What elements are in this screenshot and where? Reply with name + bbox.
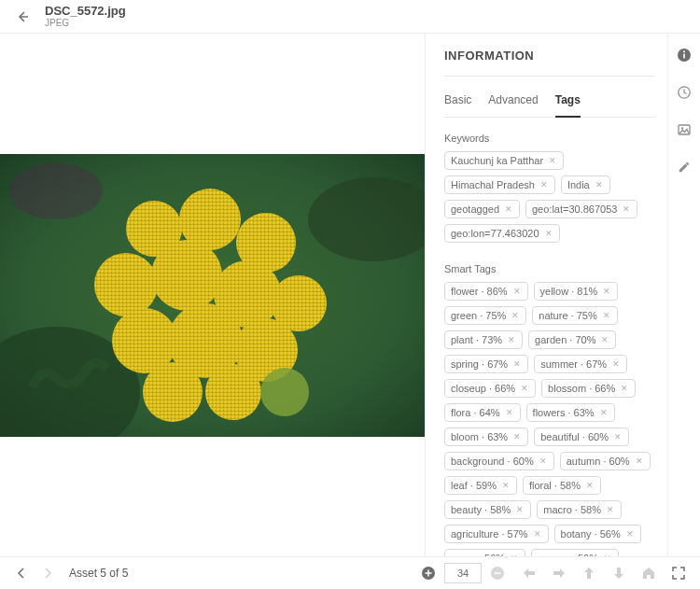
remove-chip-icon[interactable]: ✕ bbox=[512, 287, 522, 296]
tab-advanced[interactable]: Advanced bbox=[488, 90, 538, 117]
smart-tag-chip[interactable]: spring · 67%✕ bbox=[444, 355, 528, 373]
smart-tag-chip[interactable]: closeup · 66%✕ bbox=[444, 379, 536, 398]
smart-tag-chip[interactable]: grapes · 56%✕ bbox=[531, 549, 619, 556]
viewer-tools bbox=[521, 565, 687, 582]
info-icon[interactable] bbox=[674, 45, 694, 65]
history-icon[interactable] bbox=[674, 82, 694, 103]
info-panel-title: INFORMATION bbox=[444, 49, 654, 77]
remove-chip-icon[interactable]: ✕ bbox=[603, 554, 612, 556]
smart-tag-chip[interactable]: nature · 75%✕ bbox=[532, 306, 617, 325]
remove-chip-icon[interactable]: ✕ bbox=[512, 359, 522, 369]
remove-chip-icon[interactable]: ✕ bbox=[510, 554, 519, 556]
file-title-block: DSC_5572.jpg JPEG bbox=[45, 5, 126, 28]
prev-asset-button[interactable] bbox=[13, 565, 30, 582]
remove-chip-icon[interactable]: ✕ bbox=[544, 229, 553, 238]
file-name: DSC_5572.jpg bbox=[45, 5, 126, 18]
minus-circle-icon bbox=[490, 566, 505, 581]
remove-chip-icon[interactable]: ✕ bbox=[515, 505, 525, 514]
smart-tag-chip[interactable]: macro · 58%✕ bbox=[537, 500, 622, 519]
keyword-chip[interactable]: geotagged✕ bbox=[444, 200, 520, 218]
smart-tag-chip[interactable]: botany · 56%✕ bbox=[554, 525, 641, 543]
smart-tag-chip-label: spring · 67% bbox=[451, 358, 508, 370]
back-button[interactable] bbox=[11, 6, 34, 28]
zoom-in-button[interactable] bbox=[420, 565, 437, 582]
pan-up-button[interactable] bbox=[581, 565, 597, 582]
remove-chip-icon[interactable]: ✕ bbox=[602, 287, 611, 296]
remove-chip-icon[interactable]: ✕ bbox=[507, 335, 516, 344]
remove-chip-icon[interactable]: ✕ bbox=[602, 311, 611, 320]
keyword-chip[interactable]: India✕ bbox=[561, 175, 610, 194]
remove-chip-icon[interactable]: ✕ bbox=[613, 432, 623, 442]
smart-tag-chip-label: background · 60% bbox=[451, 456, 534, 467]
remove-chip-icon[interactable]: ✕ bbox=[600, 335, 609, 344]
zoom-input[interactable] bbox=[444, 563, 482, 583]
smart-tag-chip-label: grass · 56% bbox=[451, 553, 505, 556]
keyword-chip[interactable]: Kauchunj ka Patthar✕ bbox=[444, 151, 564, 170]
remove-chip-icon[interactable]: ✕ bbox=[539, 180, 549, 189]
smart-tag-chip[interactable]: flora · 64%✕ bbox=[444, 403, 521, 422]
tab-tags[interactable]: Tags bbox=[555, 90, 581, 118]
plus-circle-icon bbox=[421, 566, 436, 581]
pan-left-button[interactable] bbox=[521, 565, 538, 582]
smart-tag-chip[interactable]: grass · 56%✕ bbox=[444, 549, 525, 556]
smart-tag-chip[interactable]: floral · 58%✕ bbox=[523, 476, 601, 495]
smart-tag-chip[interactable]: summer · 67%✕ bbox=[534, 355, 627, 373]
smart-tag-chip[interactable]: green · 75%✕ bbox=[444, 306, 526, 325]
smart-tag-chip[interactable]: plant · 73%✕ bbox=[444, 330, 523, 349]
remove-chip-icon[interactable]: ✕ bbox=[539, 456, 548, 466]
remove-chip-icon[interactable]: ✕ bbox=[635, 456, 644, 466]
remove-chip-icon[interactable]: ✕ bbox=[511, 311, 520, 320]
smart-tag-chip[interactable]: beautiful · 60%✕ bbox=[534, 428, 629, 446]
remove-chip-icon[interactable]: ✕ bbox=[505, 408, 514, 417]
remove-chip-icon[interactable]: ✕ bbox=[585, 481, 595, 490]
arrow-down-icon bbox=[613, 567, 624, 580]
remove-chip-icon[interactable]: ✕ bbox=[520, 384, 529, 393]
remove-chip-icon[interactable]: ✕ bbox=[611, 359, 621, 369]
main-content: INFORMATION Basic Advanced Tags Keywords… bbox=[0, 34, 700, 556]
keyword-chip[interactable]: geo:lon=77.463020✕ bbox=[444, 224, 560, 243]
smart-tag-chip[interactable]: agriculture · 57%✕ bbox=[444, 525, 549, 543]
image-icon[interactable] bbox=[674, 119, 694, 140]
smart-tag-chip[interactable]: flowers · 63%✕ bbox=[526, 403, 615, 422]
next-asset-button[interactable] bbox=[39, 565, 56, 582]
smart-tags-list: flower · 86%✕yellow · 81%✕green · 75%✕na… bbox=[444, 282, 654, 556]
smart-tag-chip-label: bloom · 63% bbox=[451, 431, 508, 442]
smart-tag-chip[interactable]: bloom · 63%✕ bbox=[444, 428, 528, 446]
remove-chip-icon[interactable]: ✕ bbox=[620, 384, 629, 393]
remove-chip-icon[interactable]: ✕ bbox=[606, 505, 615, 514]
remove-chip-icon[interactable]: ✕ bbox=[533, 529, 542, 539]
remove-chip-icon[interactable]: ✕ bbox=[625, 529, 635, 539]
smart-tag-chip[interactable]: autumn · 60%✕ bbox=[560, 452, 651, 470]
pan-right-button[interactable] bbox=[551, 565, 567, 582]
tab-basic[interactable]: Basic bbox=[444, 90, 471, 117]
remove-chip-icon[interactable]: ✕ bbox=[512, 432, 522, 442]
smart-tag-chip[interactable]: background · 60%✕ bbox=[444, 452, 554, 470]
smart-tag-chip-label: grapes · 56% bbox=[538, 553, 598, 556]
smart-tag-chip[interactable]: garden · 70%✕ bbox=[528, 330, 616, 349]
chevron-left-icon bbox=[17, 568, 26, 579]
remove-chip-icon[interactable]: ✕ bbox=[501, 481, 511, 490]
remove-chip-icon[interactable]: ✕ bbox=[622, 204, 631, 214]
smart-tag-chip[interactable]: blossom · 66%✕ bbox=[541, 379, 636, 398]
file-type: JPEG bbox=[45, 18, 126, 28]
smart-tag-chip-label: macro · 58% bbox=[543, 504, 601, 515]
keyword-chip-label: Himachal Pradesh bbox=[451, 179, 535, 190]
smart-tag-chip-label: plant · 73% bbox=[451, 334, 502, 345]
keyword-chip[interactable]: Himachal Pradesh✕ bbox=[444, 175, 555, 194]
smart-tag-chip[interactable]: yellow · 81%✕ bbox=[534, 282, 619, 301]
zoom-out-button[interactable] bbox=[489, 565, 506, 582]
pan-down-button[interactable] bbox=[610, 565, 627, 582]
home-button[interactable] bbox=[640, 565, 657, 582]
remove-chip-icon[interactable]: ✕ bbox=[548, 156, 557, 165]
remove-chip-icon[interactable]: ✕ bbox=[595, 180, 604, 189]
asset-image bbox=[0, 154, 425, 437]
arrow-left-icon bbox=[523, 568, 536, 579]
smart-tag-chip[interactable]: leaf · 59%✕ bbox=[444, 476, 517, 495]
edit-icon[interactable] bbox=[674, 157, 694, 177]
remove-chip-icon[interactable]: ✕ bbox=[504, 204, 513, 214]
keyword-chip[interactable]: geo:lat=30.867053✕ bbox=[525, 200, 637, 218]
smart-tag-chip[interactable]: beauty · 58%✕ bbox=[444, 500, 531, 519]
smart-tag-chip[interactable]: flower · 86%✕ bbox=[444, 282, 528, 301]
remove-chip-icon[interactable]: ✕ bbox=[599, 408, 609, 417]
fullscreen-button[interactable] bbox=[670, 565, 687, 582]
